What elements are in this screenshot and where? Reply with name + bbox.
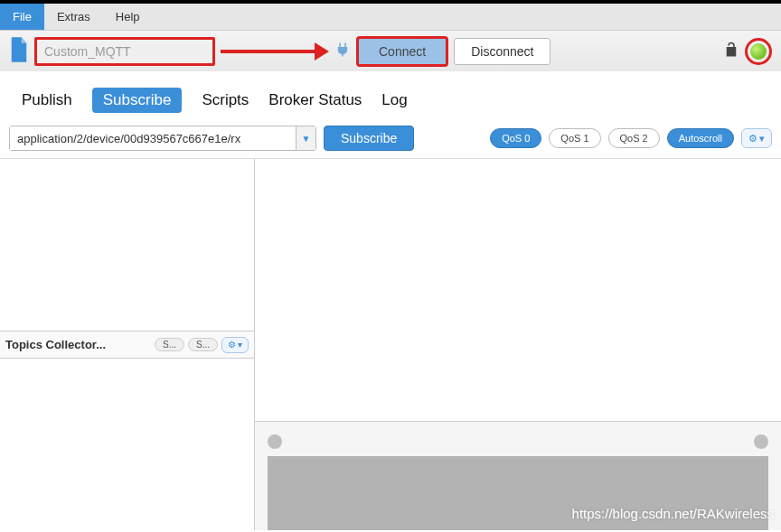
subscriptions-list [0, 159, 254, 331]
qos2-pill[interactable]: QoS 2 [608, 128, 660, 148]
left-column: Topics Collector... S... S... ⚙▾ [0, 159, 255, 530]
menubar: File Extras Help [0, 4, 781, 31]
topics-collector-list [0, 359, 254, 530]
right-column [255, 159, 781, 530]
connection-status-indicator [745, 38, 772, 65]
topic-input[interactable] [10, 126, 296, 150]
connection-name-placeholder: Custom_MQTT [44, 44, 131, 59]
tab-publish[interactable]: Publish [22, 91, 72, 109]
topics-collector-settings[interactable]: ⚙▾ [221, 337, 249, 353]
tab-broker-status[interactable]: Broker Status [268, 91, 362, 109]
menu-extras[interactable]: Extras [44, 4, 103, 30]
tab-subscribe[interactable]: Subscribe [92, 88, 183, 113]
tab-scripts[interactable]: Scripts [202, 91, 249, 109]
message-payload-placeholder [268, 456, 768, 530]
document-icon [9, 37, 29, 66]
qos0-pill[interactable]: QoS 0 [490, 128, 541, 148]
topics-collector-stop[interactable]: S... [188, 338, 218, 351]
placeholder-dot-icon [268, 434, 282, 449]
gear-icon: ⚙ [748, 133, 757, 145]
gear-icon: ⚙ [228, 340, 236, 350]
annotation-arrow [221, 37, 329, 66]
topics-collector-header: Topics Collector... S... S... ⚙▾ [0, 331, 254, 359]
connection-bar: Custom_MQTT Connect Disconnect [0, 31, 781, 71]
settings-dropdown[interactable]: ⚙▾ [741, 128, 772, 148]
disconnect-button[interactable]: Disconnect [454, 38, 550, 65]
menu-help[interactable]: Help [103, 4, 153, 30]
main-tabs: Publish Subscribe Scripts Broker Status … [0, 71, 781, 122]
topic-combobox[interactable]: ▼ [9, 126, 316, 151]
connect-button[interactable]: Connect [356, 36, 448, 67]
autoscroll-pill[interactable]: Autoscroll [667, 128, 734, 148]
topics-collector-title: Topics Collector... [5, 338, 151, 351]
content-area: Topics Collector... S... S... ⚙▾ [0, 158, 781, 530]
qos1-pill[interactable]: QoS 1 [549, 128, 600, 148]
subscribe-button[interactable]: Subscribe [324, 126, 414, 151]
menu-file[interactable]: File [0, 4, 44, 30]
connection-name-input[interactable]: Custom_MQTT [34, 37, 215, 66]
messages-list [255, 159, 781, 422]
status-dot-icon [750, 43, 767, 60]
unlock-icon [723, 42, 739, 61]
subscribe-toolbar: ▼ Subscribe QoS 0 QoS 1 QoS 2 Autoscroll… [0, 122, 781, 158]
tab-log[interactable]: Log [381, 91, 407, 109]
plug-icon [334, 42, 351, 61]
chevron-down-icon[interactable]: ▼ [296, 126, 315, 150]
topics-collector-scan[interactable]: S... [155, 338, 184, 351]
placeholder-dot-icon [754, 434, 768, 449]
message-detail-panel [255, 422, 781, 530]
